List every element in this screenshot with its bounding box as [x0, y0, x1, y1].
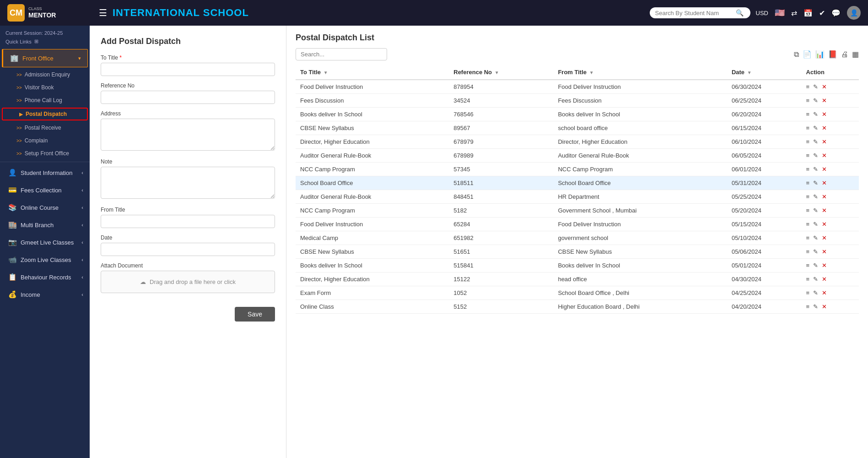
detail-icon[interactable]: ≡ — [806, 180, 810, 186]
delete-icon[interactable]: ✕ — [822, 97, 827, 104]
detail-icon[interactable]: ≡ — [806, 262, 810, 269]
cell-to-title: CBSE New Syllabus — [296, 121, 449, 135]
delete-icon[interactable]: ✕ — [822, 207, 827, 214]
delete-icon[interactable]: ✕ — [822, 83, 827, 90]
edit-icon[interactable]: ✎ — [813, 193, 818, 200]
edit-icon[interactable]: ✎ — [813, 303, 818, 310]
reference-no-input[interactable] — [101, 91, 275, 104]
edit-icon[interactable]: ✎ — [813, 221, 818, 228]
edit-icon[interactable]: ✎ — [813, 207, 818, 214]
sidebar-sub-postal-dispatch[interactable]: ▶ Postal Dispatch — [2, 108, 88, 120]
sidebar-sub-admission-enquiry[interactable]: >> Admission Enquiry — [0, 68, 90, 81]
from-title-input[interactable] — [101, 215, 275, 228]
edit-icon[interactable]: ✎ — [813, 138, 818, 145]
detail-icon[interactable]: ≡ — [806, 207, 810, 214]
sidebar-item-gmeet[interactable]: 📷 Gmeet Live Classes ‹ — [0, 234, 90, 251]
search-input[interactable] — [655, 10, 733, 16]
sidebar-item-behaviour[interactable]: 📋 Behaviour Records ‹ — [0, 268, 90, 286]
sidebar-item-student-information[interactable]: 👤 Student Information ‹ — [0, 164, 90, 181]
detail-icon[interactable]: ≡ — [806, 152, 810, 159]
detail-icon[interactable]: ≡ — [806, 138, 810, 145]
cell-to-title: Books deliver In School — [296, 108, 449, 121]
hamburger-button[interactable]: ☰ — [99, 7, 107, 18]
edit-icon[interactable]: ✎ — [813, 262, 818, 269]
edit-icon[interactable]: ✎ — [813, 289, 818, 296]
pdf-icon[interactable]: 📕 — [828, 50, 837, 59]
sidebar-item-multi-branch[interactable]: 🏬 Multi Branch ‹ — [0, 216, 90, 234]
list-search-input[interactable] — [296, 48, 387, 60]
delete-icon[interactable]: ✕ — [822, 248, 827, 255]
detail-icon[interactable]: ≡ — [806, 289, 810, 296]
delete-icon[interactable]: ✕ — [822, 193, 827, 200]
delete-icon[interactable]: ✕ — [822, 152, 827, 159]
col-from-title: From Title ▼ — [553, 65, 727, 80]
edit-icon[interactable]: ✎ — [813, 83, 818, 90]
csv-icon[interactable]: 📄 — [803, 50, 812, 59]
columns-icon[interactable]: ▦ — [852, 50, 859, 59]
cell-from-title: School Board Office , Delhi — [553, 286, 727, 300]
address-group: Address — [101, 110, 275, 152]
sidebar-item-fees-collection[interactable]: 💳 Fees Collection ‹ — [0, 181, 90, 199]
edit-icon[interactable]: ✎ — [813, 166, 818, 173]
to-title-input[interactable] — [101, 63, 275, 76]
cell-ref-no: 651982 — [449, 231, 553, 245]
check-icon[interactable]: ✔ — [819, 9, 825, 17]
edit-icon[interactable]: ✎ — [813, 152, 818, 159]
delete-icon[interactable]: ✕ — [822, 303, 827, 310]
cell-to-title: Director, Higher Education — [296, 135, 449, 149]
cell-date: 05/31/2024 — [727, 176, 802, 190]
edit-icon[interactable]: ✎ — [813, 125, 818, 131]
detail-icon[interactable]: ≡ — [806, 111, 810, 118]
edit-icon[interactable]: ✎ — [813, 97, 818, 104]
delete-icon[interactable]: ✕ — [822, 221, 827, 228]
detail-icon[interactable]: ≡ — [806, 234, 810, 241]
search-icon[interactable]: 🔍 — [736, 9, 744, 16]
sidebar-item-front-office[interactable]: 🏢 Front Office ▾ — [2, 49, 88, 67]
avatar[interactable]: 👤 — [847, 6, 861, 20]
address-textarea[interactable] — [101, 119, 275, 151]
sidebar-item-online-course[interactable]: 📚 Online Course ‹ — [0, 199, 90, 216]
sidebar-sub-postal-receive[interactable]: >> Postal Receive — [0, 121, 90, 134]
sidebar-item-income[interactable]: 💰 Income ‹ — [0, 286, 90, 303]
sidebar-sub-setup-front-office[interactable]: >> Setup Front Office — [0, 147, 90, 160]
edit-icon[interactable]: ✎ — [813, 180, 818, 186]
detail-icon[interactable]: ≡ — [806, 125, 810, 131]
sidebar-sub-complain[interactable]: >> Complain — [0, 134, 90, 147]
detail-icon[interactable]: ≡ — [806, 221, 810, 228]
sidebar-sub-visitor-book[interactable]: >> Visitor Book — [0, 81, 90, 94]
excel-icon[interactable]: 📊 — [815, 50, 825, 59]
detail-icon[interactable]: ≡ — [806, 248, 810, 255]
edit-icon[interactable]: ✎ — [813, 248, 818, 255]
whatsapp-icon[interactable]: 💬 — [831, 9, 841, 17]
delete-icon[interactable]: ✕ — [822, 180, 827, 186]
detail-icon[interactable]: ≡ — [806, 303, 810, 310]
delete-icon[interactable]: ✕ — [822, 262, 827, 269]
cell-ref-no: 65284 — [449, 218, 553, 231]
detail-icon[interactable]: ≡ — [806, 83, 810, 90]
note-textarea[interactable] — [101, 167, 275, 199]
delete-icon[interactable]: ✕ — [822, 138, 827, 145]
sidebar-sub-phone-call-log[interactable]: >> Phone Call Log — [0, 94, 90, 107]
detail-icon[interactable]: ≡ — [806, 276, 810, 283]
save-button[interactable]: Save — [235, 307, 275, 322]
edit-icon[interactable]: ✎ — [813, 111, 818, 118]
transfer-icon[interactable]: ⇄ — [791, 9, 797, 17]
date-input[interactable]: 06/20/2024 — [101, 243, 275, 256]
detail-icon[interactable]: ≡ — [806, 97, 810, 104]
delete-icon[interactable]: ✕ — [822, 234, 827, 241]
print-icon[interactable]: 🖨 — [841, 50, 848, 59]
delete-icon[interactable]: ✕ — [822, 125, 827, 131]
table-row: Exam Form 1052 School Board Office , Del… — [296, 286, 859, 300]
copy-icon[interactable]: ⧉ — [794, 50, 799, 59]
file-drop-area[interactable]: ☁ Drag and drop a file here or click — [101, 271, 275, 293]
delete-icon[interactable]: ✕ — [822, 289, 827, 296]
sidebar-item-zoom[interactable]: 📹 Zoom Live Classes ‹ — [0, 251, 90, 268]
calendar-icon[interactable]: 📅 — [803, 9, 813, 17]
detail-icon[interactable]: ≡ — [806, 166, 810, 173]
edit-icon[interactable]: ✎ — [813, 276, 818, 283]
edit-icon[interactable]: ✎ — [813, 234, 818, 241]
detail-icon[interactable]: ≡ — [806, 193, 810, 200]
delete-icon[interactable]: ✕ — [822, 166, 827, 173]
delete-icon[interactable]: ✕ — [822, 276, 827, 283]
delete-icon[interactable]: ✕ — [822, 111, 827, 118]
